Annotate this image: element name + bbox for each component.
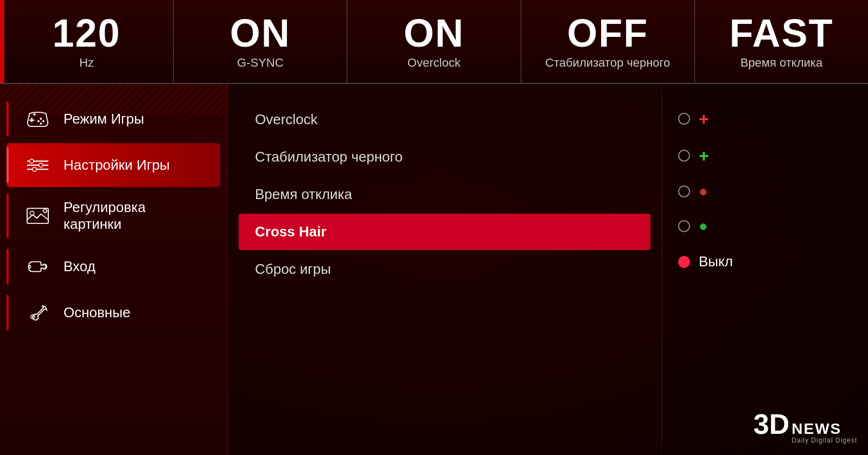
- black-stab-value: OFF: [567, 14, 648, 53]
- svg-point-9: [30, 159, 34, 163]
- option-symbol-3: ●: [699, 184, 708, 199]
- middle-panel: Overclock Стабилизатор черного Время отк…: [228, 84, 662, 455]
- svg-point-11: [33, 167, 37, 171]
- option-row-2[interactable]: +: [678, 137, 852, 174]
- option-row-3[interactable]: ●: [678, 174, 852, 209]
- option-symbol-4: ●: [699, 219, 708, 234]
- top-item-black-stab[interactable]: OFF Стабилизатор черного: [521, 0, 695, 83]
- menu-item-black-stab[interactable]: Стабилизатор черного: [239, 139, 650, 175]
- hz-value: 120: [53, 14, 121, 53]
- sidebar-label-game-settings: Настройки Игры: [63, 157, 170, 174]
- black-stab-label: Стабилизатор черного: [545, 56, 670, 70]
- response-value: FAST: [729, 14, 833, 53]
- response-label: Время отклика: [741, 56, 822, 70]
- top-item-response[interactable]: FAST Время отклика: [695, 0, 868, 83]
- sidebar: Режим Игры Настройки Игры: [0, 84, 228, 455]
- top-item-gsync[interactable]: ON G-SYNC: [174, 0, 347, 83]
- gsync-value: ON: [230, 14, 291, 53]
- input-icon: [23, 254, 53, 279]
- option-radio-4: [678, 220, 690, 232]
- svg-point-23: [32, 316, 34, 317]
- option-symbol-1: +: [699, 110, 709, 127]
- gamepad-icon: [23, 107, 53, 131]
- option-radio-3: [678, 185, 690, 197]
- option-radio-5: [678, 256, 690, 268]
- svg-point-10: [39, 163, 43, 167]
- overclock-label: Overclock: [407, 56, 461, 70]
- sidebar-item-input[interactable]: Вход: [7, 245, 220, 289]
- svg-point-19: [28, 265, 31, 268]
- watermark-3d: 3D: [754, 410, 789, 438]
- gsync-label: G-SYNC: [237, 56, 284, 70]
- top-bar: 120 Hz ON G-SYNC ON Overclock OFF Стабил…: [0, 0, 868, 84]
- svg-point-13: [30, 211, 34, 215]
- sidebar-item-game-settings[interactable]: Настройки Игры: [7, 143, 220, 187]
- overclock-value: ON: [404, 14, 464, 53]
- watermark: 3D NEWS Daily Digital Digest: [754, 410, 857, 444]
- sidebar-label-general: Основные: [63, 304, 130, 321]
- svg-point-2: [40, 118, 42, 120]
- option-radio-2: [678, 150, 690, 162]
- option-symbol-2: +: [699, 147, 709, 164]
- watermark-subtitle: Daily Digital Digest: [792, 437, 857, 444]
- svg-point-3: [42, 120, 44, 122]
- top-item-overclock[interactable]: ON Overclock: [347, 0, 521, 83]
- svg-rect-12: [27, 208, 48, 223]
- wrench-icon: [23, 300, 53, 325]
- option-row-5[interactable]: Выкл: [678, 243, 852, 280]
- menu-item-crosshair[interactable]: Cross Hair: [239, 214, 650, 250]
- main-content: Режим Игры Настройки Игры: [0, 84, 868, 455]
- option-row-1[interactable]: +: [678, 100, 852, 137]
- option-text-off: Выкл: [699, 253, 733, 270]
- sidebar-label-input: Вход: [63, 258, 95, 275]
- sidebar-item-picture-adjust[interactable]: Регулировка картинки: [7, 189, 220, 242]
- picture-icon: [23, 204, 53, 228]
- svg-rect-1: [29, 119, 35, 120]
- sidebar-label-picture-adjust: Регулировка картинки: [63, 199, 204, 233]
- sliders-icon: [23, 153, 53, 177]
- menu-item-reset[interactable]: Сброс игры: [239, 251, 650, 287]
- top-item-hz[interactable]: 120 Hz: [0, 0, 174, 83]
- option-row-4[interactable]: ●: [678, 209, 852, 243]
- svg-point-4: [40, 123, 42, 125]
- sidebar-label-game-mode: Режим Игры: [63, 111, 144, 127]
- menu-item-overclock[interactable]: Overclock: [239, 101, 650, 138]
- right-panel: + + ● ● Выкл 3D NEWS Dai: [662, 84, 868, 455]
- sidebar-item-general[interactable]: Основные: [7, 291, 220, 335]
- sidebar-item-game-mode[interactable]: Режим Игры: [7, 97, 220, 141]
- watermark-news: NEWS: [792, 421, 841, 437]
- option-radio-1: [678, 113, 690, 125]
- hz-label: Hz: [79, 56, 94, 70]
- svg-point-14: [43, 209, 47, 213]
- menu-item-response-time[interactable]: Время отклика: [239, 176, 650, 213]
- svg-point-5: [37, 120, 40, 122]
